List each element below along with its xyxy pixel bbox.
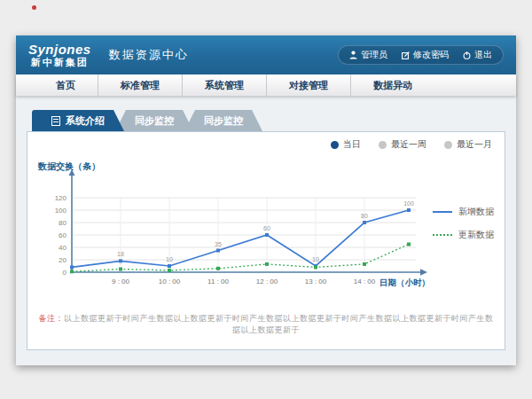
legend-item-new-data: 新增数据: [433, 206, 494, 218]
nav-item-1[interactable]: 标准管理: [98, 74, 182, 96]
red-dot: [32, 5, 36, 10]
legend-label: 新增数据: [458, 206, 494, 218]
user-button[interactable]: 管理员: [349, 49, 387, 61]
dotted-line-swatch: [433, 234, 452, 236]
svg-text:10: 10: [312, 256, 319, 262]
svg-text:20: 20: [59, 256, 66, 264]
svg-text:11 : 00: 11 : 00: [207, 278, 229, 286]
svg-text:80: 80: [361, 213, 368, 219]
nav-item-2[interactable]: 系统管理: [182, 74, 266, 96]
svg-text:9 : 00: 9 : 00: [112, 278, 130, 286]
user-label: 管理员: [361, 49, 387, 61]
svg-text:60: 60: [59, 231, 66, 239]
power-icon: [463, 51, 471, 59]
line-chart: 数据交换（条）日期（小时）0204060801001209 : 0010 : 0…: [36, 159, 431, 301]
nav-item-4[interactable]: 数据异动: [350, 74, 434, 96]
radio-icon: [444, 141, 452, 149]
document-icon: [51, 116, 60, 126]
tab-label: 同步监控: [135, 110, 174, 131]
svg-text:120: 120: [55, 194, 67, 202]
svg-text:35: 35: [215, 241, 222, 247]
svg-text:40: 40: [59, 244, 66, 252]
tab-bar: 系统介绍同步监控同步监控: [32, 110, 505, 131]
svg-text:日期（小时）: 日期（小时）: [379, 278, 430, 288]
logout-label: 退出: [474, 49, 492, 61]
svg-text:60: 60: [263, 225, 270, 231]
radio-icon: [331, 141, 339, 149]
page-title: 数据资源中心: [109, 47, 189, 63]
svg-text:14 : 00: 14 : 00: [354, 278, 376, 286]
tab-1[interactable]: 同步监控: [115, 110, 193, 131]
svg-text:80: 80: [59, 219, 66, 227]
main-nav: 首页标准管理系统管理对接管理数据异动: [16, 74, 516, 96]
radio-option-1[interactable]: 最近一周: [379, 138, 426, 151]
radio-option-2[interactable]: 最近一月: [444, 138, 492, 151]
edit-icon: [402, 51, 410, 59]
logo[interactable]: Synjones 新中新集团: [28, 43, 91, 68]
content-area: 系统介绍同步监控同步监控 当日最近一周最近一月 数据交换（条）日期（小时）020…: [16, 96, 516, 365]
user-toolbar: 管理员 修改密码 退出: [338, 45, 504, 65]
chart-legend: 新增数据 更新数据: [433, 206, 494, 241]
radio-label: 最近一月: [457, 138, 492, 151]
svg-text:数据交换（条）: 数据交换（条）: [37, 161, 100, 171]
app-header: Synjones 新中新集团 数据资源中心 管理员 修改密码 退出: [16, 35, 516, 74]
svg-text:13 : 00: 13 : 00: [305, 278, 327, 286]
svg-text:100: 100: [403, 200, 414, 207]
logo-company-name: 新中新集团: [28, 57, 91, 67]
app-window: Synjones 新中新集团 数据资源中心 管理员 修改密码 退出: [16, 35, 516, 365]
svg-text:10: 10: [166, 256, 173, 262]
tab-0[interactable]: 系统介绍: [32, 110, 124, 131]
user-icon: [349, 51, 357, 59]
change-password-button[interactable]: 修改密码: [402, 49, 449, 61]
footnote: 备注：以上数据更新于时间产生数据以上数据更新于时间产生数据以上数据更新于时间产生…: [36, 313, 496, 336]
svg-text:18: 18: [117, 251, 124, 257]
legend-item-updated-data: 更新数据: [433, 229, 494, 241]
legend-label: 更新数据: [458, 229, 494, 241]
svg-text:100: 100: [55, 207, 67, 215]
chart-row: 数据交换（条）日期（小时）0204060801001209 : 0010 : 0…: [36, 159, 496, 301]
svg-text:10 : 00: 10 : 00: [159, 278, 181, 286]
nav-item-0[interactable]: 首页: [34, 74, 98, 96]
footnote-text: 以上数据更新于时间产生数据以上数据更新于时间产生数据以上数据更新于时间产生数据以…: [64, 314, 494, 334]
radio-option-0[interactable]: 当日: [331, 138, 361, 151]
svg-text:12 : 00: 12 : 00: [256, 278, 278, 286]
change-password-label: 修改密码: [413, 49, 449, 61]
logo-wordmark: Synjones: [28, 43, 91, 58]
chart-panel: 当日最近一周最近一月 数据交换（条）日期（小时）0204060801001209…: [27, 131, 505, 350]
radio-icon: [379, 141, 387, 149]
tab-label: 系统介绍: [66, 110, 105, 131]
footnote-prefix: 备注：: [39, 314, 65, 323]
tab-label: 同步监控: [204, 110, 243, 131]
logout-button[interactable]: 退出: [463, 49, 492, 61]
nav-item-3[interactable]: 对接管理: [266, 74, 350, 96]
tab-2[interactable]: 同步监控: [184, 110, 262, 131]
solid-line-swatch: [433, 211, 452, 213]
svg-text:0: 0: [63, 269, 67, 277]
radio-label: 最近一周: [391, 138, 426, 151]
time-range-filter: 当日最近一周最近一月: [313, 138, 492, 151]
radio-label: 当日: [343, 138, 361, 151]
